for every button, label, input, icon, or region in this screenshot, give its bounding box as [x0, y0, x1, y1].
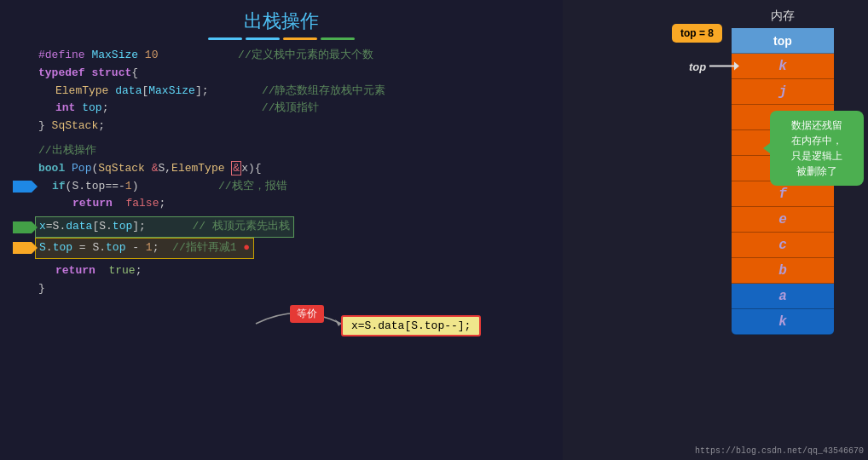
cell-label-k8: k	[778, 59, 787, 74]
code-if-line: if(S.top==-1) //栈空，报错	[35, 178, 287, 196]
cell-label-c: c	[778, 238, 787, 253]
code-pop-comment: //出栈操作	[38, 142, 96, 160]
mem-cell-b: b	[732, 258, 834, 284]
code-line-typedef: typedef struct{	[13, 65, 550, 83]
code-xdata-line: x=S.data[S.top]; // 栈顶元素先出栈	[35, 216, 294, 238]
code-inttop-line: int top; //栈顶指针	[38, 100, 319, 118]
arrow-green-icon	[13, 221, 32, 233]
underline-3	[283, 37, 317, 40]
underline-4	[321, 37, 355, 40]
code-line-xdata: x=S.data[S.top]; // 栈顶元素先出栈	[13, 216, 550, 238]
code-return-true: return true;	[38, 262, 142, 280]
top-badge: top = 8	[672, 24, 722, 43]
mem-cell-k-bottom: k	[732, 309, 834, 335]
top-pointer-text: top	[689, 60, 706, 72]
code-elemtype-line: ElemType data[MaxSize]; //静态数组存放栈中元素	[38, 83, 386, 101]
code-pop-line: bool Pop(SqStack &S,ElemType &x){	[38, 160, 262, 178]
title-section: 出栈操作	[13, 9, 550, 40]
code-area: #define MaxSize 10 //定义栈中元素的最大个数 typedef…	[13, 47, 550, 297]
equiv-code-box: x=S.data[S.top--];	[341, 315, 481, 336]
underline-2	[246, 37, 280, 40]
mem-cell-c: c	[732, 233, 834, 258]
code-line-define: #define MaxSize 10 //定义栈中元素的最大个数	[13, 47, 550, 65]
code-panel: 出栈操作 #define MaxSize 10 //定义栈中元素的最大个数 ty…	[0, 0, 563, 460]
code-line-elemtype: ElemType data[MaxSize]; //静态数组存放栈中元素	[13, 83, 550, 101]
code-line-comment-pop: //出栈操作	[13, 142, 550, 160]
code-typedef-line: typedef struct{	[38, 65, 138, 83]
mem-cell-top-header: top top = 8	[732, 28, 834, 54]
cell-label-k-bottom: k	[778, 314, 787, 330]
info-bubble-text: 数据还残留在内存中，只是逻辑上被删除了	[791, 119, 842, 177]
dengja-badge: 等价	[290, 305, 324, 323]
mem-cell-a: a	[732, 284, 834, 309]
code-line-if: if(S.top==-1) //栈空，报错	[13, 178, 550, 196]
mem-cell-j: j	[732, 79, 834, 105]
watermark: https://blog.csdn.net/qq_43546670	[695, 446, 864, 456]
memory-title: 内存	[697, 9, 868, 24]
code-line-pop: bool Pop(SqStack &S,ElemType &x){	[13, 160, 550, 178]
main-container: 出栈操作 #define MaxSize 10 //定义栈中元素的最大个数 ty…	[0, 0, 868, 460]
code-line-stopdec: S.top = S.top - 1; //指针再减1 ●	[13, 238, 550, 259]
mem-cell-e: e	[732, 207, 834, 233]
top-header-label: top	[773, 34, 792, 48]
mem-cell-k8: k top	[732, 54, 834, 79]
cell-label-f: f	[778, 187, 787, 202]
underline-1	[208, 37, 242, 40]
code-line-inttop: int top; //栈顶指针	[13, 100, 550, 118]
gap-1	[13, 135, 550, 142]
arrow-yellow-icon	[13, 242, 32, 254]
top-arrow	[709, 66, 735, 67]
code-return-false: return false;	[38, 195, 165, 213]
code-define-line: #define MaxSize 10 //定义栈中元素的最大个数	[38, 47, 373, 65]
title-underline	[13, 37, 550, 40]
code-line-close: }	[13, 280, 550, 298]
cell-label-e: e	[778, 212, 787, 227]
code-close-brace: }	[38, 280, 45, 298]
cell-label-j: j	[778, 84, 787, 100]
code-line-return-false: return false;	[13, 195, 550, 213]
cell-label-a: a	[778, 289, 787, 304]
info-bubble: 数据还残留在内存中，只是逻辑上被删除了	[770, 111, 864, 186]
page-title: 出栈操作	[13, 9, 550, 34]
top-pointer: top	[689, 60, 735, 72]
memory-panel: 内存 top top = 8 k top j i h g f e	[697, 0, 868, 460]
cell-label-b: b	[778, 263, 787, 279]
code-line-sqstack: } SqStack;	[13, 118, 550, 135]
code-stopdec-line: S.top = S.top - 1; //指针再减1 ●	[35, 238, 254, 259]
code-line-return-true: return true;	[13, 262, 550, 280]
arrow-blue-icon	[13, 181, 32, 193]
code-sqstack-line: } SqStack;	[38, 118, 105, 135]
equiv-code-text: x=S.data[S.top--];	[351, 319, 471, 332]
